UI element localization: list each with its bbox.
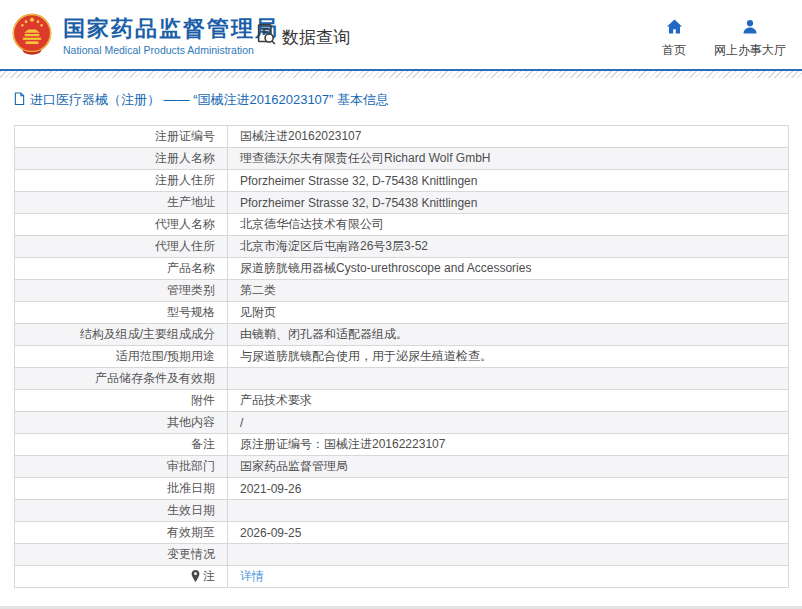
- row-label: 备注: [15, 434, 228, 456]
- table-row: 适用范围/预期用途与尿道膀胱镜配合使用，用于泌尿生殖道检查。: [15, 346, 789, 368]
- row-value: 产品技术要求: [228, 390, 789, 412]
- page: 国家药品监督管理局 National Medical Products Admi…: [0, 0, 802, 609]
- row-label: 型号规格: [15, 302, 228, 324]
- site-header: 国家药品监督管理局 National Medical Products Admi…: [0, 0, 802, 69]
- national-emblem-logo: [10, 11, 54, 61]
- row-label: 有效期至: [15, 522, 228, 544]
- table-row: 生效日期: [15, 500, 789, 522]
- row-label: 适用范围/预期用途: [15, 346, 228, 368]
- nav-home-label: 首页: [662, 42, 686, 59]
- table-row: 管理类别第二类: [15, 280, 789, 302]
- table-row: 注册证编号国械注进20162023107: [15, 126, 789, 148]
- row-value: 原注册证编号：国械注进20162223107: [228, 434, 789, 456]
- row-label: 注册人名称: [15, 148, 228, 170]
- info-table-body: 注册证编号国械注进20162023107注册人名称理查德沃尔夫有限责任公司Ric…: [15, 126, 789, 588]
- info-table: 注册证编号国械注进20162023107注册人名称理查德沃尔夫有限责任公司Ric…: [14, 125, 789, 588]
- table-row: 结构及组成/主要组成成分由镜鞘、闭孔器和适配器组成。: [15, 324, 789, 346]
- row-value: 详情: [228, 566, 789, 588]
- table-row: 附件产品技术要求: [15, 390, 789, 412]
- row-value: [228, 500, 789, 522]
- row-label: 生产地址: [15, 192, 228, 214]
- data-query-section[interactable]: 数据查询: [256, 23, 350, 51]
- doc-search-icon: [256, 23, 277, 51]
- table-row: 产品储存条件及有效期: [15, 368, 789, 390]
- row-label: 产品储存条件及有效期: [15, 368, 228, 390]
- row-label: 产品名称: [15, 258, 228, 280]
- row-label: 生效日期: [15, 500, 228, 522]
- table-row: 批准日期2021-09-26: [15, 478, 789, 500]
- row-value: 见附页: [228, 302, 789, 324]
- row-value: 2026-09-25: [228, 522, 789, 544]
- row-label: 批准日期: [15, 478, 228, 500]
- agency-name-cn: 国家药品监督管理局: [63, 16, 279, 41]
- table-row: 变更情况: [15, 544, 789, 566]
- table-row: 生产地址Pforzheimer Strasse 32, D-75438 Knit…: [15, 192, 789, 214]
- row-label: 代理人住所: [15, 236, 228, 258]
- brand[interactable]: 国家药品监督管理局 National Medical Products Admi…: [10, 11, 279, 61]
- page-title-text: 进口医疗器械（注册） —— “国械注进20162023107” 基本信息: [30, 91, 389, 109]
- row-value: 第二类: [228, 280, 789, 302]
- table-row: 注册人名称理查德沃尔夫有限责任公司Richard Wolf GmbH: [15, 148, 789, 170]
- row-label: 注: [15, 566, 228, 588]
- data-query-label: 数据查询: [282, 26, 350, 49]
- table-row: 备注原注册证编号：国械注进20162223107: [15, 434, 789, 456]
- row-label: 附件: [15, 390, 228, 412]
- row-value: Pforzheimer Strasse 32, D-75438 Knittlin…: [228, 192, 789, 214]
- row-value: 2021-09-26: [228, 478, 789, 500]
- page-title: 进口医疗器械（注册） —— “国械注进20162023107” 基本信息: [14, 91, 802, 109]
- row-value: 与尿道膀胱镜配合使用，用于泌尿生殖道检查。: [228, 346, 789, 368]
- row-value: 北京德华信达技术有限公司: [228, 214, 789, 236]
- row-label: 审批部门: [15, 456, 228, 478]
- table-row: 有效期至2026-09-25: [15, 522, 789, 544]
- row-value: 国家药品监督管理局: [228, 456, 789, 478]
- row-value: 北京市海淀区后屯南路26号3层3-52: [228, 236, 789, 258]
- row-label: 管理类别: [15, 280, 228, 302]
- table-row: 代理人住所北京市海淀区后屯南路26号3层3-52: [15, 236, 789, 258]
- row-value: 尿道膀胱镜用器械Cysto-urethroscope and Accessori…: [228, 258, 789, 280]
- agency-name-en: National Medical Products Administration: [63, 44, 279, 56]
- row-value: [228, 368, 789, 390]
- row-value: 理查德沃尔夫有限责任公司Richard Wolf GmbH: [228, 148, 789, 170]
- row-label: 代理人名称: [15, 214, 228, 236]
- table-row: 型号规格见附页: [15, 302, 789, 324]
- table-row: 产品名称尿道膀胱镜用器械Cysto-urethroscope and Acces…: [15, 258, 789, 280]
- home-icon: [666, 19, 683, 37]
- table-row: 代理人名称北京德华信达技术有限公司: [15, 214, 789, 236]
- row-value: Pforzheimer Strasse 32, D-75438 Knittlin…: [228, 170, 789, 192]
- nav-online-hall[interactable]: 网上办事大厅: [714, 19, 786, 59]
- row-label: 注册人住所: [15, 170, 228, 192]
- table-row: 审批部门国家药品监督管理局: [15, 456, 789, 478]
- row-label: 变更情况: [15, 544, 228, 566]
- row-label: 注册证编号: [15, 126, 228, 148]
- top-nav: 首页 网上办事大厅: [662, 19, 786, 59]
- detail-link[interactable]: 详情: [240, 569, 264, 583]
- pin-icon: [191, 570, 200, 585]
- row-value: 国械注进20162023107: [228, 126, 789, 148]
- table-row: 注册人住所Pforzheimer Strasse 32, D-75438 Kni…: [15, 170, 789, 192]
- row-value: /: [228, 412, 789, 434]
- row-value: 由镜鞘、闭孔器和适配器组成。: [228, 324, 789, 346]
- table-row: 其他内容/: [15, 412, 789, 434]
- person-icon: [742, 19, 758, 37]
- row-value: [228, 544, 789, 566]
- hatch-divider: [0, 71, 802, 78]
- nav-online-hall-label: 网上办事大厅: [714, 42, 786, 59]
- row-label: 其他内容: [15, 412, 228, 434]
- document-icon: [14, 92, 25, 108]
- table-row: 注详情: [15, 566, 789, 588]
- nav-home[interactable]: 首页: [662, 19, 686, 59]
- row-label: 结构及组成/主要组成成分: [15, 324, 228, 346]
